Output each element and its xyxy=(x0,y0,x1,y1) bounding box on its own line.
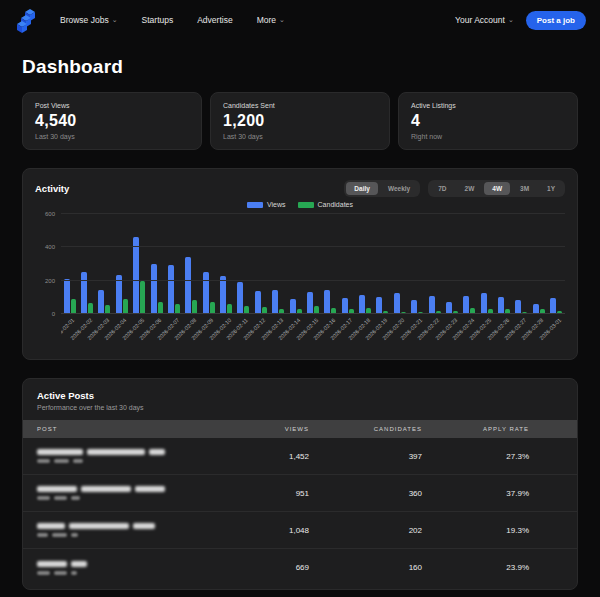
views-bar xyxy=(411,300,417,314)
legend-swatch xyxy=(247,202,263,208)
views-bar xyxy=(98,290,104,314)
bar-group-2026-02-07 xyxy=(165,214,182,314)
bar-group-2026-02-20 xyxy=(391,214,408,314)
redacted-title-blocks xyxy=(37,561,215,567)
nav-items: Browse Jobs⌄StartupsAdvertiseMore⌄ xyxy=(60,15,285,25)
nav-item-startups[interactable]: Startups xyxy=(142,15,174,25)
post-row[interactable]: 1,45239727.3% xyxy=(23,438,577,475)
redacted-title-blocks xyxy=(37,449,215,455)
post-title-redacted xyxy=(37,449,215,463)
views-bar xyxy=(272,290,278,314)
bar-group-2026-02-15 xyxy=(304,214,321,314)
stat-card-active-listings: Active Listings 4 Right now xyxy=(398,92,578,150)
views-bar xyxy=(237,282,243,314)
bar-group-2026-02-10 xyxy=(217,214,234,314)
range-4w[interactable]: 4W xyxy=(484,182,510,195)
redacted-meta-blocks xyxy=(37,571,215,575)
activity-header: Activity DailyWeekly 7D2W4W3M1Y xyxy=(35,180,565,197)
views-bar xyxy=(498,297,504,314)
range-2w[interactable]: 2W xyxy=(457,182,483,195)
column-header-post: POST xyxy=(37,426,215,432)
chart-y-axis: 0200400600 xyxy=(35,214,61,314)
post-row[interactable]: 1,04820219.3% xyxy=(23,512,577,549)
nav-item-label: More xyxy=(257,15,276,25)
bar-group-2026-02-03 xyxy=(96,214,113,314)
post-a-job-button[interactable]: Post a job xyxy=(526,11,586,30)
bar-group-2026-02-26 xyxy=(495,214,512,314)
stat-caption: Last 30 days xyxy=(223,133,377,140)
nav-item-advertise[interactable]: Advertise xyxy=(197,15,232,25)
isometric-blocks-logo xyxy=(15,7,41,33)
stat-value: 4 xyxy=(411,112,565,130)
legend-label: Candidates xyxy=(318,201,353,208)
post-apply-rate-value: 23.9% xyxy=(422,563,563,572)
views-bar xyxy=(255,291,261,314)
post-row[interactable]: 95136037.9% xyxy=(23,475,577,512)
candidates-bar xyxy=(192,300,197,314)
bar-group-2026-02-28 xyxy=(530,214,547,314)
nav-right: Your Account ⌄ Post a job xyxy=(455,11,586,30)
bar-group-2026-02-13 xyxy=(270,214,287,314)
redacted-title-blocks xyxy=(37,486,215,492)
bar-group-2026-02-05 xyxy=(131,214,148,314)
views-bar xyxy=(324,290,330,314)
post-views-value: 1,452 xyxy=(215,452,309,461)
bar-group-2026-03-01 xyxy=(548,214,565,314)
views-bar xyxy=(515,300,521,314)
bar-group-2026-02-04 xyxy=(113,214,130,314)
nav-item-browse-jobs[interactable]: Browse Jobs⌄ xyxy=(60,15,118,25)
bar-group-2026-02-21 xyxy=(409,214,426,314)
views-bar xyxy=(64,279,70,314)
post-candidates-value: 160 xyxy=(309,563,422,572)
legend-item-candidates: Candidates xyxy=(298,201,353,208)
your-account-label: Your Account xyxy=(455,15,505,25)
bar-group-2026-02-08 xyxy=(183,214,200,314)
views-bar xyxy=(168,265,174,314)
granularity-daily[interactable]: Daily xyxy=(346,182,378,195)
stat-label: Candidates Sent xyxy=(223,102,377,109)
active-posts-panel: Active Posts Performance over the last 3… xyxy=(22,378,578,590)
bar-group-2026-02-02 xyxy=(78,214,95,314)
post-views-value: 951 xyxy=(215,489,309,498)
bar-group-2026-02-06 xyxy=(148,214,165,314)
chart-plot-area xyxy=(61,214,565,314)
views-bar xyxy=(394,293,400,314)
active-posts-title: Active Posts xyxy=(37,390,563,401)
stat-value: 4,540 xyxy=(35,112,189,130)
range-toggle: 7D2W4W3M1Y xyxy=(428,180,565,197)
views-bar xyxy=(376,297,382,315)
range-3m[interactable]: 3M xyxy=(512,182,537,195)
views-bar xyxy=(429,296,435,314)
stat-label: Active Listings xyxy=(411,102,565,109)
post-views-value: 669 xyxy=(215,563,309,572)
nav-item-more[interactable]: More⌄ xyxy=(257,15,285,25)
bar-group-2026-02-23 xyxy=(443,214,460,314)
range-7d[interactable]: 7D xyxy=(430,182,454,195)
active-posts-header: Active Posts Performance over the last 3… xyxy=(23,379,577,420)
redacted-meta-blocks xyxy=(37,533,215,537)
candidates-bar xyxy=(123,299,128,314)
table-header-row: POST VIEWS CANDIDATES APPLY RATE xyxy=(23,420,577,438)
post-candidates-value: 202 xyxy=(309,526,422,535)
views-bar xyxy=(290,299,296,314)
nav-item-label: Advertise xyxy=(197,15,232,25)
brand-logo[interactable] xyxy=(14,6,42,34)
top-navigation: Browse Jobs⌄StartupsAdvertiseMore⌄ Your … xyxy=(0,0,600,40)
post-candidates-value: 397 xyxy=(309,452,422,461)
post-row[interactable]: 66916023.9% xyxy=(23,549,577,586)
chevron-down-icon: ⌄ xyxy=(279,16,285,23)
range-1y[interactable]: 1Y xyxy=(539,182,563,195)
bar-group-2026-02-27 xyxy=(513,214,530,314)
views-bar xyxy=(116,275,122,314)
views-bar xyxy=(463,296,469,314)
views-bar xyxy=(151,264,157,314)
y-axis-tick: 400 xyxy=(45,244,55,250)
y-axis-tick: 0 xyxy=(52,311,55,317)
bar-group-2026-02-19 xyxy=(374,214,391,314)
page-title: Dashboard xyxy=(22,56,578,78)
chevron-down-icon: ⌄ xyxy=(508,16,514,23)
granularity-weekly[interactable]: Weekly xyxy=(380,182,418,195)
views-bar xyxy=(220,276,226,314)
bar-group-2026-02-22 xyxy=(426,214,443,314)
your-account-menu[interactable]: Your Account ⌄ xyxy=(455,15,514,25)
